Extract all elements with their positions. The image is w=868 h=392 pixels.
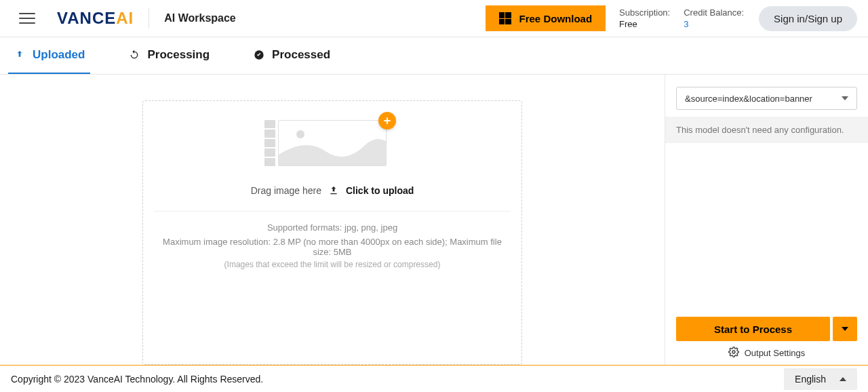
model-select-row: &source=index&location=banner xyxy=(665,75,868,117)
divider xyxy=(154,211,511,212)
supported-formats: Supported formats: jpg, png, jpeg xyxy=(154,222,511,233)
subscription-block: Subscription: Free xyxy=(619,7,670,29)
signin-button[interactable]: Sign in/Sign up xyxy=(759,6,857,31)
resize-note: (Images that exceed the limit will be re… xyxy=(154,260,511,269)
model-select[interactable]: &source=index&location=banner xyxy=(676,87,857,110)
model-select-value: &source=index&location=banner xyxy=(685,94,812,104)
chevron-down-icon xyxy=(842,327,848,331)
credit-value[interactable]: 3 xyxy=(684,19,744,29)
svg-point-1 xyxy=(732,351,735,353)
page-title: AI Workspace xyxy=(164,12,236,24)
hamburger-menu-icon[interactable] xyxy=(19,10,35,26)
left-pane: + Drag image here Click to upload Suppor… xyxy=(0,75,665,365)
config-note: This model doesn't need any configuratio… xyxy=(665,117,868,143)
process-row: Start to Process xyxy=(665,310,868,347)
chevron-down-icon xyxy=(842,96,848,100)
language-selector[interactable]: English xyxy=(784,368,857,390)
tab-processed[interactable]: Processed xyxy=(248,37,336,74)
drag-row: Drag image here Click to upload xyxy=(154,185,511,196)
right-panel: &source=index&location=banner This model… xyxy=(665,75,868,365)
tab-processed-label: Processed xyxy=(272,48,330,62)
logo-text-vance: VANCE xyxy=(57,9,116,28)
start-process-button[interactable]: Start to Process xyxy=(676,317,830,341)
sync-icon xyxy=(128,49,140,61)
tab-processing[interactable]: Processing xyxy=(123,37,215,74)
subscription-value: Free xyxy=(619,19,670,29)
drag-text: Drag image here xyxy=(251,185,321,196)
thumbnail-wrapper: + xyxy=(278,120,387,166)
upload-arrow-icon xyxy=(14,49,26,61)
main: + Drag image here Click to upload Suppor… xyxy=(0,75,868,365)
output-settings-label: Output Settings xyxy=(745,348,806,358)
logo-text-ai: AI xyxy=(116,9,134,28)
process-more-button[interactable] xyxy=(833,317,857,341)
logo[interactable]: VANCE AI xyxy=(57,9,134,28)
subscription-label: Subscription: xyxy=(619,7,670,18)
upload-icon xyxy=(328,185,339,196)
windows-icon xyxy=(499,12,511,24)
upload-dropzone[interactable]: + Drag image here Click to upload Suppor… xyxy=(142,100,522,365)
gear-icon xyxy=(728,347,739,359)
tabs: Uploaded Processing Processed xyxy=(0,37,868,75)
image-placeholder-icon xyxy=(278,120,387,166)
footer: Copyright © 2023 VanceAI Technology. All… xyxy=(0,365,868,392)
credit-label: Credit Balance: xyxy=(684,7,744,18)
tab-uploaded-label: Uploaded xyxy=(33,48,85,62)
check-circle-icon xyxy=(253,49,265,61)
chevron-up-icon xyxy=(840,377,846,381)
language-label: English xyxy=(795,374,826,385)
plus-badge-icon[interactable]: + xyxy=(378,112,396,130)
tab-uploaded[interactable]: Uploaded xyxy=(8,37,90,74)
copyright: Copyright © 2023 VanceAI Technology. All… xyxy=(11,374,263,385)
click-to-upload[interactable]: Click to upload xyxy=(346,185,414,196)
free-download-button[interactable]: Free Download xyxy=(486,5,606,31)
divider xyxy=(149,8,149,28)
credit-block: Credit Balance: 3 xyxy=(684,7,744,29)
free-download-label: Free Download xyxy=(519,13,593,24)
header: VANCE AI AI Workspace Free Download Subs… xyxy=(0,0,868,37)
tab-processing-label: Processing xyxy=(147,48,210,62)
limits-text: Maximum image resolution: 2.8 MP (no mor… xyxy=(154,237,511,257)
output-settings[interactable]: Output Settings xyxy=(665,347,868,365)
filmstrip-icon xyxy=(264,120,275,166)
